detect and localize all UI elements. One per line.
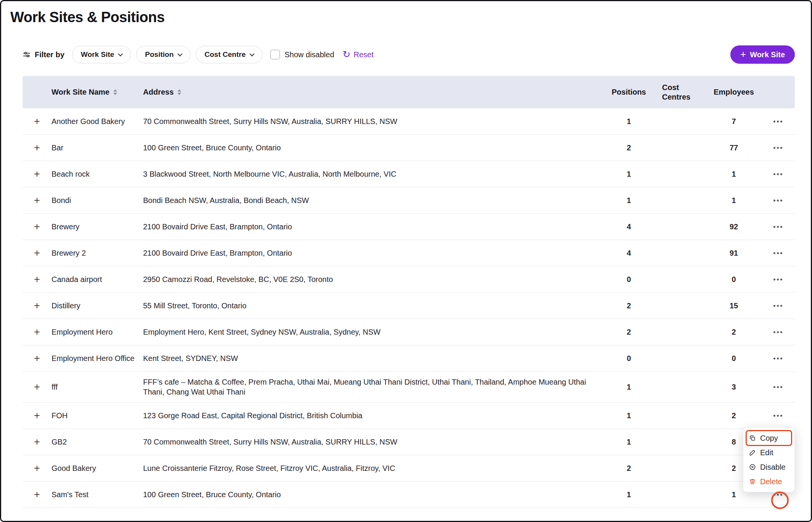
positions-count: 0 [608, 275, 650, 284]
sort-icon[interactable] [177, 89, 181, 95]
employees-count: 7 [707, 117, 760, 126]
expand-row-button[interactable]: + [34, 143, 40, 153]
expand-row-button[interactable]: + [34, 327, 40, 337]
show-disabled-toggle[interactable]: Show disabled [270, 50, 334, 60]
chevron-down-icon [177, 52, 182, 56]
table-row: + Bar 100 Green Street, Bruce County, On… [23, 135, 795, 161]
row-actions-button[interactable] [772, 383, 784, 391]
expand-row-button[interactable]: + [34, 437, 40, 447]
filter-dropdown-cost-centre[interactable]: Cost Centre [196, 46, 263, 63]
employees-count: 2 [707, 328, 760, 337]
reset-filters-button[interactable]: ↻ Reset [343, 50, 374, 60]
positions-count: 2 [608, 464, 650, 473]
table-body: + Another Good Bakery 70 Commonwealth St… [23, 108, 795, 508]
expand-row-button[interactable]: + [34, 195, 40, 206]
expand-row-button[interactable]: + [34, 116, 40, 127]
expand-row-button[interactable]: + [34, 169, 40, 179]
table-header: Work Site Name Address Positions Cost Ce… [23, 76, 795, 108]
expand-row-button[interactable]: + [34, 463, 40, 474]
employees-count: 0 [707, 354, 760, 363]
positions-count: 1 [608, 438, 650, 446]
employees-count: 1 [707, 196, 760, 205]
table-row: + Canada airport 2950 Camozzi Road, Reve… [23, 266, 795, 293]
work-site-name: Canada airport [52, 274, 143, 284]
dropdown-label: Position [145, 50, 174, 59]
menu-item-label: Edit [760, 448, 773, 457]
menu-item-edit[interactable]: Edit [746, 445, 791, 460]
filter-dropdown-work-site[interactable]: Work Site [72, 46, 131, 63]
expand-row-button[interactable]: + [34, 301, 40, 311]
row-actions-button[interactable] [772, 249, 784, 257]
row-actions-button[interactable] [772, 302, 784, 310]
row-actions-button[interactable] [772, 412, 784, 420]
work-site-name: Another Good Bakery [52, 116, 143, 126]
menu-item-delete[interactable]: Delete [746, 474, 791, 489]
expand-row-button[interactable]: + [34, 411, 40, 421]
positions-count: 2 [608, 328, 650, 337]
row-actions-button[interactable] [772, 170, 784, 178]
row-actions-button[interactable] [772, 276, 784, 284]
row-actions-button[interactable] [772, 144, 784, 152]
column-header-positions: Positions [608, 88, 650, 97]
work-site-name: Distillery [52, 301, 143, 311]
filter-dropdown-position[interactable]: Position [136, 46, 190, 63]
sort-icon[interactable] [113, 89, 117, 95]
expand-row-button[interactable]: + [34, 222, 40, 232]
column-label: Employees [714, 88, 754, 97]
menu-item-copy[interactable]: Copy [746, 431, 791, 445]
work-site-address: 2950 Camozzi Road, Revelstoke, BC, V0E 2… [143, 274, 608, 284]
content-card: Filter by Work Site Position Cost Centre… [7, 32, 805, 508]
table-row: + Sam's Test 100 Green Street, Bruce Cou… [23, 482, 795, 508]
row-actions-button[interactable] [772, 223, 784, 231]
table-row: + FOH 123 Gorge Road East, Capital Regio… [23, 403, 795, 429]
column-header-address[interactable]: Address [143, 88, 608, 97]
positions-count: 4 [608, 249, 650, 258]
menu-item-label: Disable [760, 463, 786, 472]
chevron-down-icon [118, 52, 123, 56]
work-sites-table: Work Site Name Address Positions Cost Ce… [23, 76, 795, 508]
expand-row-button[interactable]: + [34, 353, 40, 364]
positions-count: 1 [608, 117, 650, 126]
positions-count: 2 [608, 301, 650, 310]
expand-row-button[interactable]: + [34, 248, 40, 258]
positions-count: 4 [608, 222, 650, 231]
expand-row-button[interactable]: + [34, 490, 40, 500]
work-site-address: Employment Hero, Kent Street, Sydney NSW… [143, 327, 608, 337]
row-actions-button[interactable] [772, 118, 784, 126]
employees-count: 92 [707, 222, 760, 231]
work-site-address: 2100 Bovaird Drive East, Brampton, Ontar… [143, 222, 608, 232]
trash-icon [749, 478, 756, 485]
positions-count: 2 [608, 143, 650, 152]
work-site-name: Brewery 2 [52, 248, 143, 258]
row-actions-button[interactable] [772, 197, 784, 205]
positions-count: 1 [608, 170, 650, 179]
row-actions-button[interactable] [772, 328, 784, 336]
filter-by-label: Filter by [35, 50, 64, 59]
row-actions-button[interactable] [772, 354, 784, 362]
table-row: + Another Good Bakery 70 Commonwealth St… [23, 108, 795, 135]
column-header-cost-centres: Cost Centres [650, 83, 707, 102]
column-header-work-site-name[interactable]: Work Site Name [52, 88, 143, 97]
expand-row-button[interactable]: + [34, 274, 40, 285]
menu-item-label: Delete [760, 477, 782, 486]
work-site-address: 100 Green Street, Bruce County, Ontario [143, 490, 608, 499]
expand-row-button[interactable]: + [34, 382, 40, 392]
table-row: + GB2 70 Commonwealth Street, Surry Hill… [23, 429, 795, 455]
table-row: + Distillery 55 Mill Street, Toronto, On… [23, 293, 795, 319]
work-site-name: fff [52, 382, 143, 392]
work-site-address: 100 Green Street, Bruce County, Ontario [143, 143, 608, 153]
filter-sliders-icon [23, 50, 31, 59]
employees-count: 15 [707, 301, 760, 310]
employees-count: 91 [707, 249, 760, 258]
employees-count: 77 [707, 143, 760, 152]
reset-label: Reset [354, 50, 374, 59]
positions-count: 1 [608, 196, 650, 205]
show-disabled-checkbox[interactable] [270, 50, 280, 60]
work-site-name: FOH [52, 411, 143, 420]
table-row: + Brewery 2100 Bovaird Drive East, Bramp… [23, 214, 795, 240]
menu-item-disable[interactable]: Disable [746, 460, 791, 474]
work-site-name: GB2 [52, 437, 143, 447]
add-work-site-button[interactable]: + Work Site [730, 45, 795, 64]
work-site-name: Sam's Test [52, 490, 143, 499]
work-site-address: FFF’s cafe – Matcha & Coffee, Prem Prach… [143, 377, 608, 397]
